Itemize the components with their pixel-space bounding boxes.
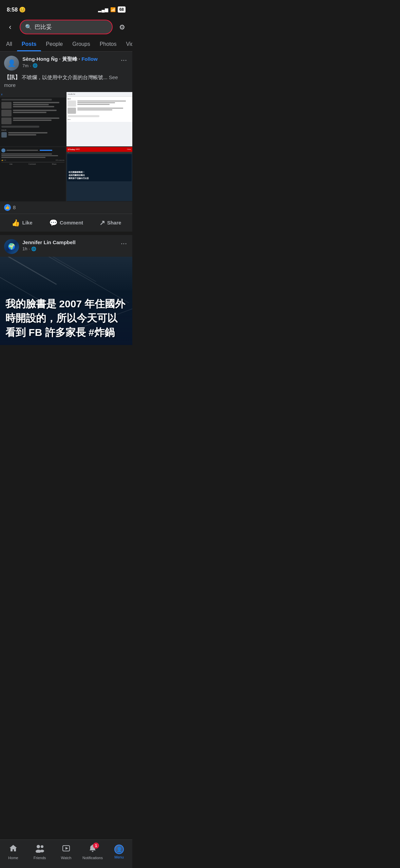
bottom-spacer [0, 348, 132, 379]
screenshot-light: results for 影片 [66, 92, 132, 146]
post2-chinese-text: 我的臉書是 2007 年住國外時開設的，所以今天可以看到 FB 許多家長 #炸鍋 [5, 297, 127, 340]
tab-photos[interactable]: Photos [95, 37, 121, 51]
screenshot-post: 👍 5.1k 158 comments LikeCommentShare [0, 147, 66, 201]
post-author-name[interactable]: Sèng-Hong Ñg · 黃聖峰 · Follow [22, 56, 116, 62]
more-options-button[interactable]: ··· [119, 56, 128, 65]
privacy-icon: 🌐 [33, 63, 38, 68]
tab-people[interactable]: People [41, 37, 68, 51]
post-header: 👤 Sèng-Hong Ñg · 黃聖峰 · Follow 7m · 🌐 ··· [0, 52, 132, 73]
post-image-1[interactable]: f [0, 92, 66, 146]
like-icon: 👍 [12, 219, 20, 227]
post-meta: Sèng-Hong Ñg · 黃聖峰 · Follow 7m · 🌐 [22, 56, 116, 68]
status-bar: 8:58 😊 ▂▄▆ 📶 68 [0, 0, 132, 17]
reaction-like-icon: 👍 [4, 204, 11, 211]
post-text-body: 不唬爛，以使用中文介面的台灣帳號... [22, 74, 108, 80]
screenshot-news: EToday 新聞雲 Follow 5h 幼兒園爆餵毒案！老師用藥情況曝光園長孩… [66, 147, 132, 201]
search-bar[interactable]: 🔍 巴比妥 [20, 20, 113, 34]
tab-bar: All Posts People Groups Photos Vid... [0, 37, 132, 52]
privacy-icon-2: 🌐 [31, 247, 36, 251]
search-icon: 🔍 [25, 24, 32, 30]
status-icons: ▂▄▆ 📶 68 [98, 6, 126, 13]
post-image-2[interactable]: results for 影片 [66, 92, 132, 146]
post-card-2: 🌍 Jennifer Lin Campbell 1h · 🌐 ··· [0, 235, 132, 345]
tab-groups[interactable]: Groups [68, 37, 95, 51]
feed: 👤 Sèng-Hong Ñg · 黃聖峰 · Follow 7m · 🌐 ···… [0, 52, 132, 345]
tab-all[interactable]: All [1, 37, 17, 51]
post2-text-overlay: 我的臉書是 2007 年住國外時開設的，所以今天可以看到 FB 許多家長 #炸鍋 [0, 290, 132, 345]
avatar-2[interactable]: 🌍 [4, 239, 19, 254]
post-time: 7m · 🌐 [22, 63, 116, 68]
post-images: f [0, 92, 132, 201]
post-text-bold: 【訊】 [4, 74, 20, 80]
back-button[interactable]: ‹ [4, 23, 16, 32]
like-button[interactable]: 👍 Like [0, 215, 44, 230]
screenshot-dark: f [0, 92, 66, 146]
post-author-name-2[interactable]: Jennifer Lin Campbell [22, 239, 116, 246]
avatar-image-2: 🌍 [4, 239, 19, 254]
avatar[interactable]: 👤 [4, 56, 19, 71]
follow-button[interactable]: Follow [81, 56, 98, 62]
post-reactions: 👍 8 [0, 201, 132, 214]
share-icon: ↗ [99, 219, 105, 227]
status-time: 8:58 😊 [7, 6, 26, 13]
search-query-text[interactable]: 巴比妥 [35, 23, 52, 31]
wifi-icon: 📶 [110, 7, 116, 12]
post-image-4[interactable]: EToday 新聞雲 Follow 5h 幼兒園爆餵毒案！老師用藥情況曝光園長孩… [66, 147, 132, 201]
post-card: 👤 Sèng-Hong Ñg · 黃聖峰 · Follow 7m · 🌐 ···… [0, 52, 132, 232]
battery-indicator: 68 [118, 6, 126, 13]
signal-icon: ▂▄▆ [98, 7, 108, 12]
post-time-2: 1h · 🌐 [22, 246, 116, 251]
post-image-3[interactable]: 👍 5.1k 158 comments LikeCommentShare [0, 147, 66, 201]
post-meta-2: Jennifer Lin Campbell 1h · 🌐 [22, 239, 116, 252]
comment-button[interactable]: 💬 Comment [44, 215, 88, 230]
share-button[interactable]: ↗ Share [88, 215, 132, 230]
comment-icon: 💬 [49, 219, 58, 227]
reaction-count: 8 [13, 204, 16, 210]
header: ‹ 🔍 巴比妥 ⚙ [0, 17, 132, 37]
filter-button[interactable]: ⚙ [116, 23, 128, 31]
avatar-image: 👤 [4, 56, 19, 71]
post2-image[interactable]: 我的臉書是 2007 年住國外時開設的，所以今天可以看到 FB 許多家長 #炸鍋 [0, 257, 132, 345]
tab-posts[interactable]: Posts [17, 37, 41, 51]
tab-videos[interactable]: Vid... [121, 37, 132, 51]
post-header-2: 🌍 Jennifer Lin Campbell 1h · 🌐 ··· [0, 235, 132, 257]
post-text: 【訊】 不唬爛，以使用中文介面的台灣帳號... See more [0, 73, 132, 92]
more-options-button-2[interactable]: ··· [119, 239, 128, 248]
post-actions: 👍 Like 💬 Comment ↗ Share [0, 214, 132, 232]
